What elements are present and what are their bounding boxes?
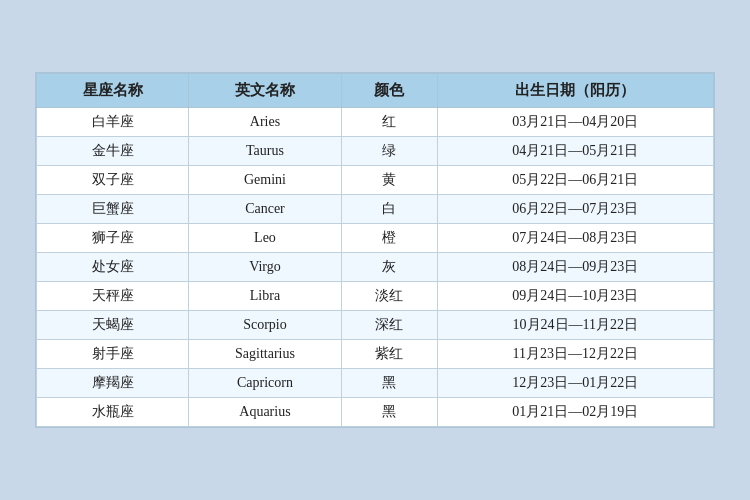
cell-en: Capricorn [189,369,341,398]
table-row: 摩羯座Capricorn黑12月23日—01月22日 [37,369,714,398]
cell-en: Leo [189,224,341,253]
cell-date: 04月21日—05月21日 [437,137,713,166]
zodiac-table: 星座名称 英文名称 颜色 出生日期（阳历） 白羊座Aries红03月21日—04… [36,73,714,427]
table-row: 巨蟹座Cancer白06月22日—07月23日 [37,195,714,224]
cell-en: Scorpio [189,311,341,340]
cell-color: 深红 [341,311,437,340]
col-header-en: 英文名称 [189,74,341,108]
cell-color: 黑 [341,369,437,398]
cell-en: Gemini [189,166,341,195]
cell-date: 12月23日—01月22日 [437,369,713,398]
cell-color: 红 [341,108,437,137]
cell-zh: 摩羯座 [37,369,189,398]
cell-date: 09月24日—10月23日 [437,282,713,311]
cell-date: 01月21日—02月19日 [437,398,713,427]
cell-date: 07月24日—08月23日 [437,224,713,253]
zodiac-table-wrapper: 星座名称 英文名称 颜色 出生日期（阳历） 白羊座Aries红03月21日—04… [35,72,715,428]
cell-date: 08月24日—09月23日 [437,253,713,282]
cell-color: 淡红 [341,282,437,311]
cell-zh: 双子座 [37,166,189,195]
col-header-color: 颜色 [341,74,437,108]
cell-date: 10月24日—11月22日 [437,311,713,340]
table-row: 金牛座Taurus绿04月21日—05月21日 [37,137,714,166]
cell-color: 白 [341,195,437,224]
table-row: 天蝎座Scorpio深红10月24日—11月22日 [37,311,714,340]
col-header-zh: 星座名称 [37,74,189,108]
cell-color: 黑 [341,398,437,427]
table-row: 双子座Gemini黄05月22日—06月21日 [37,166,714,195]
table-row: 处女座Virgo灰08月24日—09月23日 [37,253,714,282]
table-row: 天秤座Libra淡红09月24日—10月23日 [37,282,714,311]
cell-en: Libra [189,282,341,311]
cell-date: 03月21日—04月20日 [437,108,713,137]
cell-en: Virgo [189,253,341,282]
cell-zh: 天蝎座 [37,311,189,340]
table-header-row: 星座名称 英文名称 颜色 出生日期（阳历） [37,74,714,108]
cell-zh: 射手座 [37,340,189,369]
cell-zh: 狮子座 [37,224,189,253]
cell-date: 06月22日—07月23日 [437,195,713,224]
table-row: 狮子座Leo橙07月24日—08月23日 [37,224,714,253]
cell-zh: 处女座 [37,253,189,282]
cell-color: 灰 [341,253,437,282]
cell-zh: 金牛座 [37,137,189,166]
cell-color: 橙 [341,224,437,253]
cell-en: Aries [189,108,341,137]
table-row: 白羊座Aries红03月21日—04月20日 [37,108,714,137]
cell-en: Taurus [189,137,341,166]
cell-color: 绿 [341,137,437,166]
cell-color: 紫红 [341,340,437,369]
cell-date: 11月23日—12月22日 [437,340,713,369]
cell-zh: 天秤座 [37,282,189,311]
table-row: 射手座Sagittarius紫红11月23日—12月22日 [37,340,714,369]
cell-date: 05月22日—06月21日 [437,166,713,195]
col-header-date: 出生日期（阳历） [437,74,713,108]
cell-zh: 水瓶座 [37,398,189,427]
cell-zh: 巨蟹座 [37,195,189,224]
cell-en: Cancer [189,195,341,224]
cell-en: Sagittarius [189,340,341,369]
table-row: 水瓶座Aquarius黑01月21日—02月19日 [37,398,714,427]
cell-en: Aquarius [189,398,341,427]
cell-color: 黄 [341,166,437,195]
cell-zh: 白羊座 [37,108,189,137]
